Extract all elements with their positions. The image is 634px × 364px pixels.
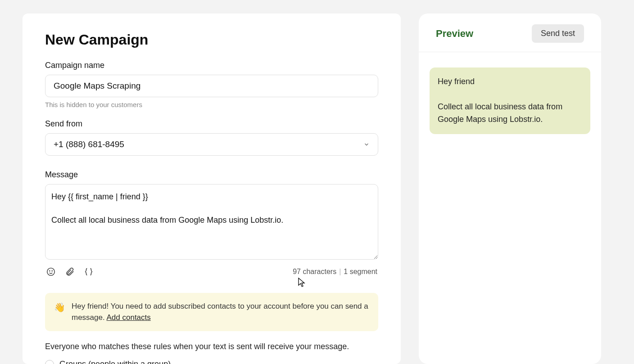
alert-text-wrapper: Hey friend! You need to add subscribed c… [72,301,369,323]
segment-count: 1 segment [344,268,377,275]
rules-heading: Everyone who matches these rules when yo… [45,342,378,351]
char-count: 97 characters [293,268,336,275]
variable-icon[interactable] [84,267,94,277]
campaign-name-group: Campaign name This is hidden to your cus… [45,61,378,108]
campaign-name-input[interactable] [45,75,378,97]
page-title: New Campaign [45,31,378,48]
campaign-name-label: Campaign name [45,61,378,70]
attachment-icon[interactable] [65,267,75,277]
message-group: Message 97 characters|1 segment [45,170,378,277]
campaign-name-helper: This is hidden to your customers [45,101,378,108]
add-contacts-link[interactable]: Add contacts [107,313,151,322]
preview-header: Preview Send test [419,13,601,52]
preview-title: Preview [436,28,473,40]
preview-message-bubble: Hey friend Collect all local business da… [430,67,590,134]
message-textarea[interactable] [45,184,378,260]
emoji-icon[interactable] [46,267,56,277]
send-from-select[interactable]: +1 (888) 681-8495 [45,133,378,156]
send-test-button[interactable]: Send test [532,24,584,43]
rule-option-label: Groups (people within a group) [59,360,171,364]
message-stats: 97 characters|1 segment [293,268,377,276]
send-from-value: +1 (888) 681-8495 [54,139,124,149]
preview-panel: Preview Send test Hey friend Collect all… [419,13,601,364]
wave-icon: 👋 [54,301,65,323]
message-label: Message [45,170,378,180]
svg-point-2 [52,271,52,271]
chevron-down-icon [363,141,370,148]
toolbar-icons [46,267,94,277]
rule-option-groups[interactable]: Groups (people within a group) [45,358,378,364]
send-from-label: Send from [45,119,378,129]
preview-body: Hey friend Collect all local business da… [419,52,601,149]
svg-point-1 [50,271,50,271]
add-contacts-alert: 👋 Hey friend! You need to add subscribed… [45,293,378,331]
message-toolbar: 97 characters|1 segment [45,267,378,277]
campaign-form-panel: New Campaign Campaign name This is hidde… [23,13,401,364]
svg-point-0 [47,268,55,276]
send-from-group: Send from +1 (888) 681-8495 [45,119,378,156]
radio-icon [45,360,54,364]
